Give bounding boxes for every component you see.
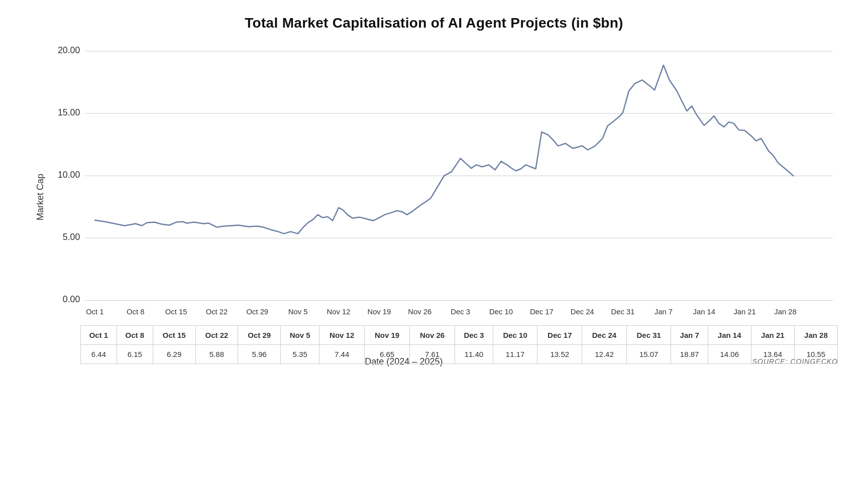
main-chart: 20.00 15.00 10.00 5.00 0.00 Oct 1 Oct 8 … xyxy=(55,41,838,320)
table-header-oct8: Oct 8 xyxy=(117,326,153,345)
table-value-dec3: 11.40 xyxy=(455,345,493,364)
svg-text:5.00: 5.00 xyxy=(63,232,80,242)
table-value-nov19: 6.65 xyxy=(365,345,410,364)
table-value-nov5: 5.35 xyxy=(281,345,319,364)
svg-text:20.00: 20.00 xyxy=(58,45,80,55)
table-value-dec31: 15.07 xyxy=(626,345,671,364)
table-header-nov26: Nov 26 xyxy=(410,326,455,345)
data-table: Oct 1 Oct 8 Oct 15 Oct 22 Oct 29 Nov 5 N… xyxy=(80,325,838,364)
table-header-dec10: Dec 10 xyxy=(493,326,537,345)
table-header-nov5: Nov 5 xyxy=(281,326,319,345)
table-value-dec24: 12.42 xyxy=(582,345,627,364)
svg-text:Nov 12: Nov 12 xyxy=(327,308,351,316)
svg-text:Jan 7: Jan 7 xyxy=(655,308,673,316)
table-value-oct15: 6.29 xyxy=(153,345,195,364)
svg-text:Oct 15: Oct 15 xyxy=(165,308,187,316)
table-header-dec31: Dec 31 xyxy=(626,326,671,345)
svg-text:10.00: 10.00 xyxy=(58,170,80,180)
table-header-jan7: Jan 7 xyxy=(671,326,708,345)
table-header-oct29: Oct 29 xyxy=(238,326,281,345)
table-header-dec3: Dec 3 xyxy=(455,326,493,345)
svg-text:Jan 14: Jan 14 xyxy=(693,308,715,316)
table-header-jan14: Jan 14 xyxy=(708,326,751,345)
y-axis-label: Market Cap xyxy=(30,41,50,352)
chart-title: Total Market Capitalisation of AI Agent … xyxy=(30,15,838,31)
table-header-dec24: Dec 24 xyxy=(582,326,627,345)
table-value-nov26: 7.61 xyxy=(410,345,455,364)
svg-text:15.00: 15.00 xyxy=(58,107,80,117)
svg-text:Oct 29: Oct 29 xyxy=(247,308,269,316)
table-value-oct8: 6.15 xyxy=(117,345,153,364)
table-value-jan14: 14.06 xyxy=(708,345,751,364)
table-value-jan28: 10.55 xyxy=(794,345,837,364)
table-values-row: 6.44 6.15 6.29 5.88 5.96 5.35 7.44 6.65 … xyxy=(81,345,838,364)
table-header-jan21: Jan 21 xyxy=(751,326,794,345)
table-header-nov19: Nov 19 xyxy=(365,326,410,345)
data-table-section: Oct 1 Oct 8 Oct 15 Oct 22 Oct 29 Nov 5 N… xyxy=(80,325,838,364)
table-header-dec17: Dec 17 xyxy=(537,326,582,345)
table-header-oct15: Oct 15 xyxy=(153,326,195,345)
svg-text:Nov 5: Nov 5 xyxy=(288,308,308,316)
svg-text:Nov 19: Nov 19 xyxy=(367,308,391,316)
svg-text:Dec 10: Dec 10 xyxy=(489,308,513,316)
table-value-dec17: 13.52 xyxy=(537,345,582,364)
table-value-oct22: 5.88 xyxy=(195,345,238,364)
svg-text:Jan 28: Jan 28 xyxy=(774,308,796,316)
svg-text:Dec 31: Dec 31 xyxy=(611,308,635,316)
svg-text:Dec 24: Dec 24 xyxy=(571,308,594,316)
table-value-jan21: 13.64 xyxy=(751,345,794,364)
chart-container: Total Market Capitalisation of AI Agent … xyxy=(0,0,868,488)
chart-line xyxy=(95,65,793,234)
table-value-oct29: 5.96 xyxy=(238,345,281,364)
table-value-oct1: 6.44 xyxy=(81,345,117,364)
table-header-oct1: Oct 1 xyxy=(81,326,117,345)
svg-wrapper: 20.00 15.00 10.00 5.00 0.00 Oct 1 Oct 8 … xyxy=(55,41,838,320)
table-header-row: Oct 1 Oct 8 Oct 15 Oct 22 Oct 29 Nov 5 N… xyxy=(81,326,838,345)
table-value-dec10: 11.17 xyxy=(493,345,537,364)
table-value-jan7: 18.87 xyxy=(671,345,708,364)
svg-text:Nov 26: Nov 26 xyxy=(408,308,431,316)
svg-text:Dec 17: Dec 17 xyxy=(530,308,554,316)
svg-text:Oct 22: Oct 22 xyxy=(206,308,228,316)
chart-inner: 20.00 15.00 10.00 5.00 0.00 Oct 1 Oct 8 … xyxy=(55,41,838,352)
svg-text:0.00: 0.00 xyxy=(63,294,80,304)
table-value-nov12: 7.44 xyxy=(319,345,365,364)
table-header-oct22: Oct 22 xyxy=(195,326,238,345)
svg-text:Jan 21: Jan 21 xyxy=(733,308,755,316)
table-header-jan28: Jan 28 xyxy=(794,326,837,345)
svg-text:Oct 1: Oct 1 xyxy=(86,308,103,316)
svg-text:Dec 3: Dec 3 xyxy=(451,308,470,316)
table-header-nov12: Nov 12 xyxy=(319,326,365,345)
svg-text:Oct 8: Oct 8 xyxy=(127,308,144,316)
